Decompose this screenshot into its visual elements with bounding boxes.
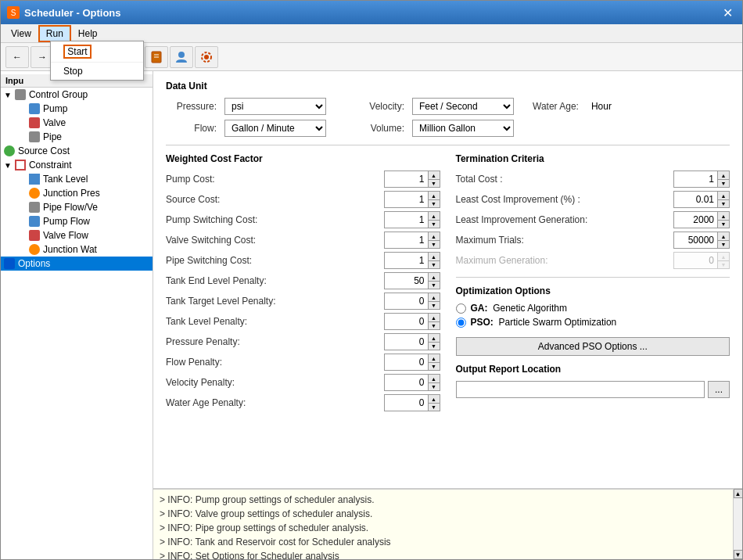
tank-target-up[interactable]: ▲ [429, 293, 440, 301]
dropdown-start[interactable]: Start [51, 41, 143, 63]
water-age-penalty-up[interactable]: ▲ [429, 395, 440, 403]
close-button[interactable]: ✕ [720, 5, 736, 20]
valve-switching-down[interactable]: ▼ [429, 240, 440, 248]
output-path-input[interactable] [456, 381, 705, 398]
scroll-up-btn[interactable]: ▲ [734, 489, 743, 498]
sidebar-item-options[interactable]: Options [1, 257, 153, 271]
pipe-switching-up[interactable]: ▲ [429, 253, 440, 260]
pressure-penalty-input[interactable] [385, 334, 428, 350]
pump-cost-input[interactable] [385, 171, 428, 187]
flow-label: Flow: [166, 123, 217, 134]
sidebar-item-valve-flow[interactable]: Valve Flow [1, 228, 153, 242]
tank-level-down[interactable]: ▼ [429, 321, 440, 329]
velocity-penalty-down[interactable]: ▼ [429, 382, 440, 390]
sidebar-item-source-cost[interactable]: Source Cost [1, 144, 153, 158]
toolbar-gear[interactable] [195, 46, 218, 68]
options-icon [4, 258, 15, 269]
max-trials-input[interactable] [674, 232, 717, 248]
flow-select[interactable]: Gallon / MinuteLiter / Secondm³/hour [224, 120, 326, 137]
velocity-select[interactable]: Feet / SecondMeter / Second [412, 98, 514, 115]
sidebar-item-valve[interactable]: Valve [1, 116, 153, 130]
max-trials-label: Maximum Trials: [456, 235, 674, 246]
least-improvement-down[interactable]: ▼ [718, 220, 729, 228]
volume-select[interactable]: Million GallonLiterm³ [412, 120, 514, 137]
pipe-switching-input[interactable] [385, 253, 428, 268]
least-cost-row: Least Cost Improvement (%) : ▲▼ [456, 191, 730, 208]
pump-switching-down[interactable]: ▼ [429, 220, 440, 228]
velocity-penalty-row: Velocity Penalty: ▲▼ [166, 374, 440, 391]
sidebar-label-junction-wat: Junction Wat [43, 244, 97, 255]
browse-button[interactable]: ... [708, 381, 730, 398]
sidebar-item-pipe-flow[interactable]: Pipe Flow/Ve [1, 200, 153, 214]
sidebar-item-junction-pres[interactable]: Junction Pres [1, 186, 153, 200]
ga-radio-row[interactable]: GA: Genetic Algorithm [456, 303, 730, 314]
sidebar-item-control-group[interactable]: ▼ Control Group [1, 88, 153, 102]
sidebar-item-tank-level[interactable]: Tank Level [1, 172, 153, 186]
total-cost-row: Total Cost : ▲▼ [456, 171, 730, 188]
tank-level-up[interactable]: ▲ [429, 314, 440, 321]
svg-point-9 [178, 52, 185, 58]
least-cost-input[interactable] [674, 192, 717, 207]
sidebar-item-pump[interactable]: Pump [1, 102, 153, 116]
valve-switching-up[interactable]: ▲ [429, 232, 440, 240]
velocity-penalty-up[interactable]: ▲ [429, 375, 440, 382]
tank-level-input[interactable] [385, 314, 428, 329]
advanced-pso-button[interactable]: Advanced PSO Options ... [456, 337, 730, 356]
sidebar-label-source-cost: Source Cost [18, 145, 70, 156]
velocity-penalty-input[interactable] [385, 375, 428, 390]
content-area: Data Unit Pressure: psikPabarm Velocity:… [153, 71, 742, 559]
least-improvement-up[interactable]: ▲ [718, 212, 729, 220]
max-trials-down[interactable]: ▼ [718, 240, 729, 248]
toolbar-book[interactable] [145, 46, 168, 68]
source-cost-input[interactable] [385, 192, 428, 207]
sidebar-item-pump-flow[interactable]: Pump Flow [1, 214, 153, 228]
total-cost-up[interactable]: ▲ [718, 171, 729, 179]
flow-penalty-up[interactable]: ▲ [429, 354, 440, 362]
least-cost-down[interactable]: ▼ [718, 199, 729, 207]
scroll-down-btn[interactable]: ▼ [734, 550, 743, 559]
water-age-penalty-down[interactable]: ▼ [429, 403, 440, 411]
tank-target-input[interactable] [385, 293, 428, 309]
pipe-switching-down[interactable]: ▼ [429, 260, 440, 268]
pump-switching-input[interactable] [385, 212, 428, 228]
total-cost-down[interactable]: ▼ [718, 179, 729, 187]
menu-help[interactable]: Help [71, 26, 105, 41]
toolbar-user[interactable] [170, 46, 193, 68]
valve-switching-input[interactable] [385, 232, 428, 248]
menu-view[interactable]: View [4, 26, 38, 41]
total-cost-input[interactable] [674, 171, 717, 187]
toolbar-back[interactable]: ← [5, 46, 29, 68]
pump-switching-up[interactable]: ▲ [429, 212, 440, 220]
least-improvement-input[interactable] [674, 212, 717, 228]
source-cost-up[interactable]: ▲ [429, 192, 440, 199]
sidebar-item-junction-wat[interactable]: Junction Wat [1, 242, 153, 257]
water-age-penalty-input[interactable] [385, 395, 428, 411]
tank-end-up[interactable]: ▲ [429, 273, 440, 281]
least-cost-up[interactable]: ▲ [718, 192, 729, 199]
pump-cost-down[interactable]: ▼ [429, 179, 440, 187]
pso-radio-row[interactable]: PSO: Particle Swarm Optimization [456, 317, 730, 328]
flow-penalty-input[interactable] [385, 354, 428, 370]
pressure-select[interactable]: psikPabarm [224, 98, 326, 115]
valve-icon [29, 117, 40, 128]
pressure-penalty-up[interactable]: ▲ [429, 334, 440, 342]
sidebar-item-constraint[interactable]: ▼ Constraint [1, 158, 153, 172]
tank-target-down[interactable]: ▼ [429, 301, 440, 309]
tank-end-down[interactable]: ▼ [429, 281, 440, 289]
pump-cost-up[interactable]: ▲ [429, 171, 440, 179]
flow-penalty-down[interactable]: ▼ [429, 362, 440, 370]
pump-icon [29, 103, 40, 114]
total-cost-label: Total Cost : [456, 174, 674, 185]
least-improvement-label: Least Improvement Generation: [456, 214, 674, 225]
menu-run[interactable]: Run [38, 25, 71, 42]
dropdown-stop[interactable]: Stop [51, 63, 143, 80]
right-col: Termination Criteria Total Cost : ▲▼ Lea… [456, 153, 730, 415]
source-cost-down[interactable]: ▼ [429, 199, 440, 207]
sidebar-item-pipe[interactable]: Pipe [1, 130, 153, 144]
ga-radio[interactable] [456, 303, 466, 314]
pso-radio[interactable] [456, 318, 466, 328]
log-scrollbar[interactable]: ▲ ▼ [733, 489, 742, 559]
tank-end-input[interactable] [385, 273, 428, 289]
pressure-penalty-down[interactable]: ▼ [429, 342, 440, 350]
max-trials-up[interactable]: ▲ [718, 232, 729, 240]
